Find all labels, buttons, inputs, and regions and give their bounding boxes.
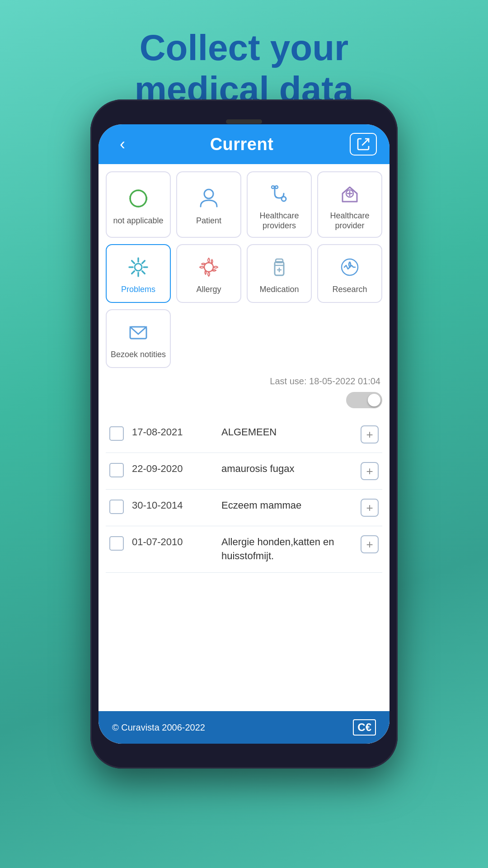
app-title: Current [210, 135, 274, 154]
cat-healthcare-provider-label: Healthcare provider [322, 211, 378, 231]
cat-research[interactable]: Research [317, 244, 382, 303]
toggle-row [106, 392, 382, 408]
svg-point-6 [275, 186, 278, 189]
list-checkbox-1[interactable] [109, 463, 124, 477]
list-plus-1[interactable]: + [361, 462, 379, 480]
list-date-3: 01-07-2010 [132, 535, 213, 548]
envelope-icon [125, 319, 151, 345]
category-grid-row3: Bezoek notities [106, 309, 382, 368]
list-plus-3[interactable]: + [361, 535, 379, 553]
medical-home-icon [337, 180, 363, 207]
app-header: ‹ Current [99, 124, 389, 164]
svg-point-4 [282, 197, 286, 201]
footer-copyright: © Curavista 2006-2022 [112, 722, 205, 733]
list-plus-2[interactable]: + [361, 499, 379, 517]
cat-healthcare-providers-label: Healthcare providers [251, 211, 307, 231]
back-button[interactable]: ‹ [111, 135, 134, 154]
phone-screen: ‹ Current [99, 124, 389, 744]
list-date-1: 22-09-2020 [132, 462, 213, 475]
cat-allergy-label: Allergy [196, 285, 221, 295]
list-date-2: 30-10-2014 [132, 499, 213, 511]
gear-icon [125, 254, 151, 280]
list-checkbox-0[interactable] [109, 426, 124, 441]
list-item: 17-08-2021 ALGEMEEN + [106, 416, 382, 453]
person-icon [196, 185, 222, 212]
list-text-0: ALGEMEEN [221, 425, 352, 439]
cat-healthcare-provider[interactable]: Healthcare provider [317, 171, 382, 238]
category-grid-row2: Problems [106, 244, 382, 303]
svg-rect-13 [276, 259, 283, 263]
pill-bottle-icon [266, 254, 292, 280]
cat-allergy[interactable]: Allergy [176, 244, 241, 303]
stethoscope-icon [266, 180, 292, 207]
toggle-switch[interactable] [346, 392, 382, 408]
list-item: 22-09-2020 amaurosis fugax + [106, 453, 382, 490]
app-footer: © Curavista 2006-2022 C€ [99, 711, 389, 744]
list-date-0: 17-08-2021 [132, 425, 213, 438]
category-grid-row1: not applicable Patient [106, 171, 382, 238]
page-headline: Collect your medical data [0, 27, 488, 110]
cat-research-label: Research [332, 285, 367, 295]
svg-point-10 [135, 264, 142, 271]
cat-problems[interactable]: Problems [106, 244, 171, 303]
svg-line-0 [362, 139, 369, 146]
footer-ce-mark: C€ [353, 719, 376, 736]
cat-medication-label: Medication [259, 285, 299, 295]
export-icon [356, 137, 371, 151]
cat-patient[interactable]: Patient [176, 171, 241, 238]
svg-point-3 [204, 189, 213, 198]
list-text-2: Eczeem mammae [221, 499, 352, 513]
cat-patient-label: Patient [196, 216, 221, 226]
allergy-icon [196, 254, 222, 280]
svg-point-11 [204, 263, 213, 272]
list-item: 01-07-2010 Allergie honden,katten en hui… [106, 526, 382, 573]
cat-healthcare-providers[interactable]: Healthcare providers [247, 171, 312, 238]
list-item: 30-10-2014 Eczeem mammae + [106, 490, 382, 526]
app-content: not applicable Patient [99, 164, 389, 744]
phone-frame: ‹ Current [90, 99, 398, 769]
cat-problems-label: Problems [121, 285, 155, 295]
cat-bezoek-notities-label: Bezoek notities [111, 350, 166, 360]
cat-not-applicable[interactable]: not applicable [106, 171, 171, 238]
list-checkbox-3[interactable] [109, 536, 124, 551]
toggle-knob [368, 394, 380, 406]
cat-medication[interactable]: Medication [247, 244, 312, 303]
cat-bezoek-notities[interactable]: Bezoek notities [106, 309, 171, 368]
list-text-1: amaurosis fugax [221, 462, 352, 476]
phone-speaker [226, 119, 262, 124]
list-checkbox-2[interactable] [109, 500, 124, 514]
list-text-3: Allergie honden,katten en huisstofmijt. [221, 535, 352, 563]
heart-monitor-icon [337, 254, 363, 280]
phone-notch [203, 108, 285, 120]
list-container: 17-08-2021 ALGEMEEN + 22-09-2020 amauros… [106, 416, 382, 573]
cat-not-applicable-label: not applicable [113, 216, 163, 226]
refresh-icon [125, 185, 151, 212]
list-plus-0[interactable]: + [361, 425, 379, 443]
last-use-text: Last use: 18-05-2022 01:04 [106, 376, 382, 387]
export-button[interactable] [350, 133, 377, 156]
svg-point-5 [272, 186, 274, 189]
